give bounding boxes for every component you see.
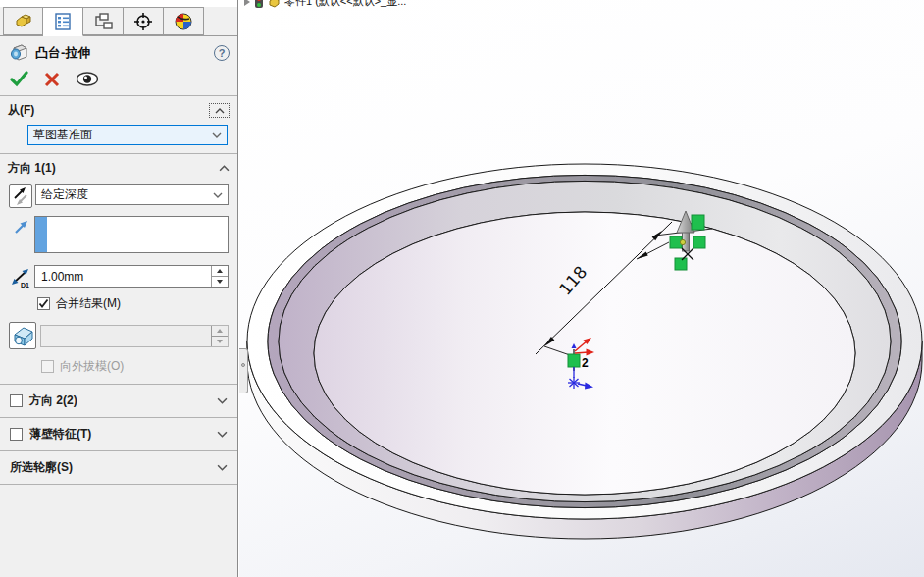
merge-result-checkbox[interactable] — [37, 297, 50, 310]
rebuild-status-icon — [254, 0, 264, 8]
solidworks-window: { "panel": { "tabs": [ { "name": "featur… — [0, 0, 924, 577]
panel-splitter-handle[interactable] — [239, 348, 248, 393]
draft-button[interactable] — [9, 322, 36, 349]
direction2-label: 方向 2(2) — [29, 393, 210, 409]
draft-spinner-buttons — [211, 326, 228, 346]
feature-title-row: 凸台-拉伸 ? — [0, 36, 237, 67]
configurationmanager-tab[interactable] — [83, 7, 124, 35]
point-label: 2 — [582, 356, 589, 370]
property-manager-panel: 凸台-拉伸 ? 从(F) 草图基准面 — [0, 0, 238, 577]
selection-active-stripe — [35, 217, 47, 252]
sketch-point-handle[interactable] — [568, 354, 580, 367]
start-condition-value: 草图基准面 — [33, 127, 92, 143]
chevron-down-icon — [217, 397, 228, 404]
triangle-down-icon — [217, 280, 223, 284]
direction1-group-header[interactable]: 方向 1(1) — [0, 154, 237, 183]
ok-button[interactable] — [10, 71, 28, 87]
part-icon — [14, 13, 33, 30]
model-view: 118 2 — [239, 0, 924, 577]
ok-cancel-row — [0, 67, 237, 95]
flyout-feature-tree[interactable]: 零件1 (默认<<默认>_显... — [244, 0, 406, 10]
splitter-dot — [241, 363, 245, 367]
svg-text:D1: D1 — [21, 282, 29, 288]
spin-down-button[interactable] — [212, 277, 228, 287]
feature-title: 凸台-拉伸 — [35, 44, 214, 62]
from-label: 从(F) — [8, 102, 209, 119]
depth-d1-icon: D1 — [10, 267, 33, 288]
property-icon — [54, 13, 72, 30]
graphics-viewport[interactable]: 118 2 — [239, 0, 924, 577]
reverse-direction-button[interactable] — [9, 184, 32, 208]
direction1-label: 方向 1(1) — [8, 160, 219, 177]
from-collapse-button[interactable] — [209, 103, 230, 118]
chevron-down-icon — [217, 464, 228, 471]
propertymanager-tab[interactable] — [43, 7, 83, 36]
draft-icon — [11, 324, 34, 347]
direction-reference-selection-box[interactable] — [34, 216, 229, 253]
end-condition-value: 给定深度 — [41, 186, 88, 203]
reverse-direction-icon — [11, 186, 30, 206]
cancel-button[interactable] — [44, 72, 60, 87]
featuremanager-tab[interactable] — [3, 7, 43, 35]
part-document-icon — [268, 0, 281, 8]
thin-feature-group-header[interactable]: 薄壁特征(T) — [0, 418, 237, 450]
draft-outward-label: 向外拔模(O) — [60, 358, 124, 375]
displaymanager-tab[interactable] — [164, 7, 204, 35]
triangle-down-icon — [217, 340, 223, 343]
ring-part[interactable] — [247, 164, 922, 539]
depth-spinner-buttons[interactable] — [211, 266, 228, 287]
depth-value: 1.00mm — [35, 270, 211, 284]
selected-contours-label: 所选轮廓(S) — [10, 459, 210, 476]
help-button[interactable]: ? — [214, 45, 230, 61]
direction2-checkbox[interactable] — [10, 394, 23, 407]
from-group-header: 从(F) — [0, 96, 237, 125]
thin-feature-label: 薄壁特征(T) — [29, 426, 210, 443]
thin-feature-checkbox[interactable] — [10, 428, 23, 441]
depth-spinbox[interactable]: 1.00mm — [34, 265, 229, 288]
direction2-group-header[interactable]: 方向 2(2) — [0, 385, 237, 417]
selected-contours-group-header[interactable]: 所选轮廓(S) — [0, 451, 237, 484]
chevron-up-icon — [219, 165, 230, 172]
merge-result-label: 合并结果(M) — [56, 295, 121, 312]
separator — [0, 484, 237, 485]
chevron-down-icon — [213, 192, 223, 198]
triangle-up-icon — [217, 269, 223, 273]
part-tree-label[interactable]: 零件1 (默认<<默认>_显... — [284, 0, 406, 9]
configuration-icon — [93, 13, 113, 30]
draft-angle-spinbox — [40, 325, 229, 347]
chevron-up-icon — [215, 108, 225, 114]
dimxpert-icon — [133, 12, 153, 31]
panel-top-strip — [0, 0, 237, 7]
check-icon — [38, 298, 49, 309]
boss-extrude-icon — [8, 43, 29, 63]
draft-outward-checkbox — [41, 360, 54, 373]
start-condition-dropdown[interactable]: 草图基准面 — [27, 125, 228, 145]
direction-reference-icon — [13, 218, 30, 236]
dimxpertmanager-tab[interactable] — [124, 7, 164, 35]
chevron-down-icon — [217, 431, 228, 438]
display-icon — [174, 12, 193, 31]
chevron-down-icon — [212, 132, 222, 138]
end-condition-dropdown[interactable]: 给定深度 — [35, 184, 229, 205]
relation-dot — [680, 239, 685, 244]
tree-expand-arrow-icon[interactable] — [244, 0, 250, 6]
triangle-up-icon — [217, 329, 223, 333]
spin-up-button[interactable] — [212, 266, 228, 277]
manager-tabs — [0, 7, 237, 36]
preview-eye-button[interactable] — [76, 72, 99, 86]
